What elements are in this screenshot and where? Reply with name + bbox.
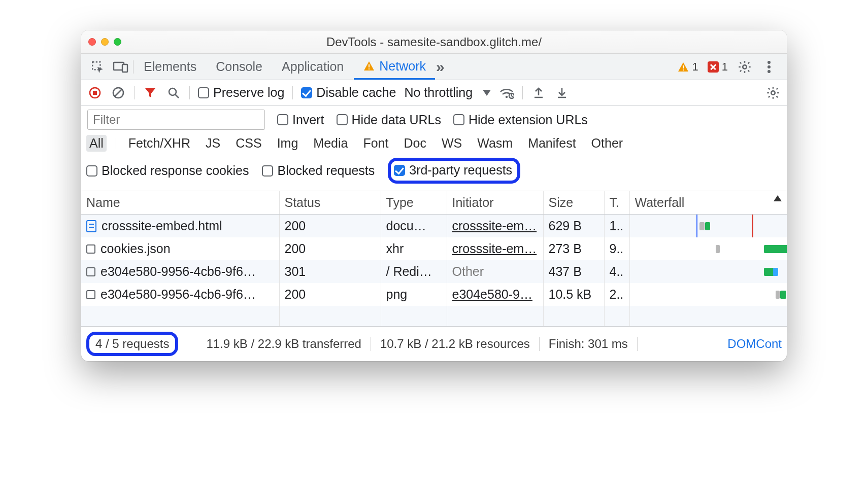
main-tabs: Elements Console Application Network » 1… [81, 54, 787, 80]
tab-application[interactable]: Application [273, 54, 353, 80]
cell-type: / Redi… [381, 260, 447, 283]
status-transferred: 11.9 kB / 22.9 kB transferred [197, 337, 371, 351]
close-window-button[interactable] [88, 38, 96, 46]
kebab-menu-icon[interactable] [761, 59, 777, 75]
type-chip-js[interactable]: JS [203, 135, 223, 152]
type-chip-fetchxhr[interactable]: Fetch/XHR [125, 135, 193, 152]
col-name[interactable]: Name [81, 191, 279, 215]
more-tabs-button[interactable]: » [436, 58, 445, 76]
col-type[interactable]: Type [381, 191, 447, 215]
type-chip-other[interactable]: Other [588, 135, 626, 152]
status-finish: Finish: 301 ms [540, 337, 638, 351]
svg-point-10 [767, 70, 771, 73]
warning-count: 1 [692, 60, 698, 74]
svg-rect-4 [369, 68, 370, 69]
svg-line-14 [115, 89, 122, 96]
disable-cache-checkbox[interactable]: Disable cache [301, 85, 396, 100]
col-waterfall[interactable]: Waterfall [629, 191, 787, 215]
thirdparty-checkbox[interactable]: 3rd-party requests [394, 163, 512, 178]
hide-data-urls-label: Hide data URLs [352, 113, 441, 127]
status-resources: 10.7 kB / 21.2 kB resources [371, 337, 540, 351]
upload-har-icon[interactable] [531, 85, 546, 100]
tab-elements[interactable]: Elements [135, 54, 206, 80]
blocked-requests-checkbox[interactable]: Blocked requests [262, 163, 375, 178]
device-toggle-icon[interactable] [110, 61, 132, 73]
network-conditions-icon[interactable] [499, 85, 514, 100]
col-status[interactable]: Status [279, 191, 381, 215]
filter-icon[interactable] [143, 85, 158, 100]
cell-size: 10.5 kB [543, 283, 604, 306]
tab-network[interactable]: Network [354, 54, 435, 80]
hide-data-urls-checkbox[interactable]: Hide data URLs [337, 113, 441, 127]
type-filters: All Fetch/XHR JS CSS Img Media Font Doc … [81, 133, 787, 156]
table-row[interactable]: e304e580-9956-4cb6-9f6… 200 png e304e580… [81, 283, 787, 306]
error-count: 1 [722, 60, 728, 74]
tab-label: Elements [144, 59, 196, 74]
cell-size: 437 B [543, 260, 604, 283]
hide-ext-urls-checkbox[interactable]: Hide extension URLs [453, 113, 588, 127]
file-icon [86, 267, 95, 276]
record-button[interactable] [87, 85, 103, 100]
warning-icon [677, 61, 689, 73]
cell-name: crosssite-embed.html [102, 219, 222, 233]
settings-icon[interactable] [737, 59, 752, 75]
type-chip-doc[interactable]: Doc [400, 135, 429, 152]
cell-type: docu… [381, 215, 447, 238]
blocked-cookies-checkbox[interactable]: Blocked response cookies [86, 163, 249, 178]
type-chip-media[interactable]: Media [310, 135, 351, 152]
filter-row: Invert Hide data URLs Hide extension URL… [81, 105, 787, 133]
type-chip-css[interactable]: CSS [232, 135, 264, 152]
inspect-icon[interactable] [86, 60, 109, 74]
type-chip-ws[interactable]: WS [439, 135, 465, 152]
svg-line-16 [175, 94, 179, 98]
col-size[interactable]: Size [543, 191, 604, 215]
extra-filters-row: Blocked response cookies Blocked request… [81, 156, 787, 191]
col-initiator[interactable]: Initiator [447, 191, 543, 215]
status-bar: 4 / 5 requests 11.9 kB / 22.9 kB transfe… [81, 326, 787, 361]
tab-console[interactable]: Console [207, 54, 272, 80]
cell-name: e304e580-9956-4cb6-9f6… [101, 264, 256, 279]
svg-rect-5 [683, 65, 684, 68]
status-requests: 4 / 5 requests [95, 337, 169, 350]
invert-checkbox[interactable]: Invert [277, 113, 324, 127]
col-time[interactable]: T. [604, 191, 629, 215]
maximize-window-button[interactable] [114, 38, 121, 46]
cell-size: 629 B [543, 215, 604, 238]
tab-label: Network [379, 59, 426, 74]
type-chip-img[interactable]: Img [274, 135, 302, 152]
cell-initiator[interactable]: e304e580-9… [452, 287, 532, 301]
table-row[interactable]: crosssite-embed.html 200 docu… crosssite… [81, 215, 787, 238]
preserve-log-label: Preserve log [213, 85, 284, 100]
minimize-window-button[interactable] [101, 38, 109, 46]
cell-name: e304e580-9956-4cb6-9f6… [101, 287, 256, 302]
network-settings-icon[interactable] [765, 85, 781, 100]
hide-ext-urls-label: Hide extension URLs [469, 113, 588, 127]
svg-rect-3 [369, 64, 370, 67]
search-icon[interactable] [166, 85, 181, 100]
warnings-badge[interactable]: 1 [677, 60, 698, 74]
filter-input[interactable] [87, 110, 265, 130]
tab-label: Console [216, 59, 262, 74]
cell-type: xhr [381, 237, 447, 260]
cell-initiator[interactable]: crosssite-em… [452, 241, 537, 256]
type-chip-wasm[interactable]: Wasm [474, 135, 516, 152]
throttling-select[interactable]: No throttling [404, 85, 491, 100]
svg-point-17 [506, 95, 508, 97]
cell-initiator[interactable]: crosssite-em… [452, 219, 537, 233]
requests-table: Name Status Type Initiator Size T. Water… [81, 191, 787, 326]
cell-name: cookies.json [101, 241, 171, 256]
download-har-icon[interactable] [554, 85, 570, 100]
svg-point-8 [767, 61, 771, 64]
errors-badge[interactable]: 1 [708, 60, 728, 74]
type-chip-manifest[interactable]: Manifest [525, 135, 579, 152]
waterfall-cell [635, 288, 782, 302]
clear-button[interactable] [111, 85, 126, 100]
table-row[interactable]: e304e580-9956-4cb6-9f6… 301 / Redi… Othe… [81, 260, 787, 283]
table-row[interactable]: cookies.json 200 xhr crosssite-em… 273 B… [81, 237, 787, 260]
waterfall-cell [635, 219, 782, 233]
preserve-log-checkbox[interactable]: Preserve log [198, 85, 284, 100]
svg-point-9 [767, 65, 771, 68]
type-chip-all[interactable]: All [86, 135, 107, 152]
cell-time: 9.. [604, 237, 629, 260]
type-chip-font[interactable]: Font [360, 135, 391, 152]
